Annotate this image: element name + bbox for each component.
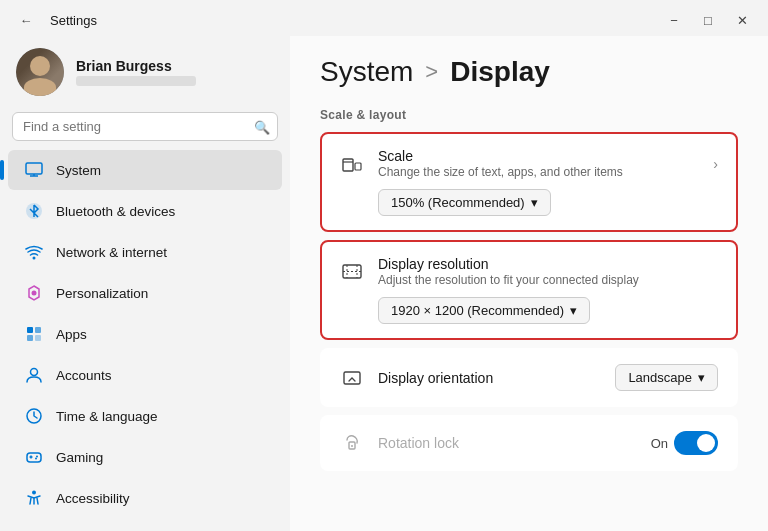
- orientation-icon: [340, 366, 364, 390]
- resolution-dropdown[interactable]: 1920 × 1200 (Recommended) ▾: [378, 297, 590, 324]
- resolution-desc: Adjust the resolution to fit your connec…: [378, 273, 639, 287]
- sidebar-item-personalization[interactable]: Personalization: [8, 273, 282, 313]
- svg-rect-18: [343, 159, 353, 171]
- orientation-value: Landscape: [628, 370, 692, 385]
- resolution-value-row: 1920 × 1200 (Recommended) ▾: [340, 297, 718, 324]
- breadcrumb-arrow: >: [425, 59, 438, 85]
- orientation-chevron-down-icon: ▾: [698, 370, 705, 385]
- scale-value-row: 150% (Recommended) ▾: [340, 189, 718, 216]
- sidebar-nav: System Bluetooth & devices: [0, 149, 290, 519]
- svg-point-15: [36, 456, 38, 458]
- close-button[interactable]: ✕: [728, 9, 756, 31]
- breadcrumb-current: Display: [450, 56, 550, 88]
- svg-rect-8: [27, 335, 33, 341]
- rotation-icon: [340, 431, 364, 455]
- sidebar-item-label-system: System: [56, 163, 101, 178]
- title-bar-left: ← Settings: [12, 9, 97, 31]
- sidebar-item-label-network: Network & internet: [56, 245, 167, 260]
- profile-name: Brian Burgess: [76, 58, 196, 74]
- main-content: System > Display Scale & layout: [290, 36, 768, 531]
- breadcrumb-parent: System: [320, 56, 413, 88]
- sidebar-item-accounts[interactable]: Accounts: [8, 355, 282, 395]
- rotation-left: Rotation lock: [340, 431, 459, 455]
- back-button[interactable]: ←: [12, 9, 40, 31]
- svg-rect-7: [35, 327, 41, 333]
- orientation-title: Display orientation: [378, 370, 493, 386]
- profile-email: [76, 76, 196, 86]
- sidebar: Brian Burgess 🔍 System: [0, 36, 290, 531]
- sidebar-profile: Brian Burgess: [0, 36, 290, 108]
- sidebar-item-label-time: Time & language: [56, 409, 158, 424]
- sidebar-item-system[interactable]: System: [8, 150, 282, 190]
- network-icon: [24, 242, 44, 262]
- resolution-text-group: Display resolution Adjust the resolution…: [378, 256, 639, 287]
- svg-rect-6: [27, 327, 33, 333]
- sidebar-item-label-accounts: Accounts: [56, 368, 112, 383]
- sidebar-item-label-bluetooth: Bluetooth & devices: [56, 204, 175, 219]
- sidebar-item-accessibility[interactable]: Accessibility: [8, 478, 282, 518]
- sidebar-item-label-accessibility: Accessibility: [56, 491, 130, 506]
- svg-rect-12: [27, 453, 41, 462]
- scale-left: Scale Change the size of text, apps, and…: [340, 148, 623, 179]
- scale-value: 150% (Recommended): [391, 195, 525, 210]
- accessibility-icon: [24, 488, 44, 508]
- search-input[interactable]: [12, 112, 278, 141]
- svg-rect-9: [35, 335, 41, 341]
- gaming-icon: [24, 447, 44, 467]
- sidebar-item-label-gaming: Gaming: [56, 450, 103, 465]
- svg-rect-19: [355, 163, 361, 170]
- scale-title: Scale: [378, 148, 623, 164]
- page-header: System > Display: [320, 56, 738, 88]
- scale-icon: [340, 152, 364, 176]
- rotation-card: Rotation lock On: [320, 415, 738, 471]
- scale-dropdown[interactable]: 150% (Recommended) ▾: [378, 189, 551, 216]
- svg-point-5: [32, 291, 37, 296]
- scale-desc: Change the size of text, apps, and other…: [378, 165, 623, 179]
- sidebar-item-gaming[interactable]: Gaming: [8, 437, 282, 477]
- time-icon: [24, 406, 44, 426]
- title-bar-title: Settings: [50, 13, 97, 28]
- resolution-icon: [340, 260, 364, 284]
- maximize-button[interactable]: □: [694, 9, 722, 31]
- sidebar-item-apps[interactable]: Apps: [8, 314, 282, 354]
- scale-chevron-icon: ›: [713, 156, 718, 172]
- rotation-toggle[interactable]: [674, 431, 718, 455]
- orientation-row: Display orientation Landscape ▾: [340, 364, 718, 391]
- title-bar-controls: − □ ✕: [660, 9, 756, 31]
- accounts-icon: [24, 365, 44, 385]
- apps-icon: [24, 324, 44, 344]
- avatar-image: [16, 48, 64, 96]
- sidebar-item-time[interactable]: Time & language: [8, 396, 282, 436]
- svg-point-16: [35, 458, 37, 460]
- svg-point-4: [33, 257, 36, 260]
- orientation-dropdown[interactable]: Landscape ▾: [615, 364, 718, 391]
- rotation-on-label: On: [651, 436, 668, 451]
- svg-point-27: [351, 445, 353, 447]
- resolution-left: Display resolution Adjust the resolution…: [340, 256, 639, 287]
- sidebar-item-network[interactable]: Network & internet: [8, 232, 282, 272]
- minimize-button[interactable]: −: [660, 9, 688, 31]
- resolution-value: 1920 × 1200 (Recommended): [391, 303, 564, 318]
- avatar: [16, 48, 64, 96]
- system-icon: [24, 160, 44, 180]
- rotation-title: Rotation lock: [378, 435, 459, 451]
- sidebar-item-bluetooth[interactable]: Bluetooth & devices: [8, 191, 282, 231]
- orientation-card: Display orientation Landscape ▾: [320, 348, 738, 407]
- resolution-title: Display resolution: [378, 256, 639, 272]
- section-label: Scale & layout: [320, 108, 738, 122]
- scale-card: Scale Change the size of text, apps, and…: [320, 132, 738, 232]
- rotation-row: Rotation lock On: [340, 431, 718, 455]
- resolution-card: Display resolution Adjust the resolution…: [320, 240, 738, 340]
- sidebar-item-label-personalization: Personalization: [56, 286, 148, 301]
- sidebar-item-label-apps: Apps: [56, 327, 87, 342]
- scale-chevron-down-icon: ▾: [531, 195, 538, 210]
- resolution-chevron-down-icon: ▾: [570, 303, 577, 318]
- svg-rect-0: [26, 163, 42, 174]
- scale-text-group: Scale Change the size of text, apps, and…: [378, 148, 623, 179]
- orientation-right: Landscape ▾: [615, 364, 718, 391]
- bluetooth-icon: [24, 201, 44, 221]
- resolution-row: Display resolution Adjust the resolution…: [340, 256, 718, 287]
- profile-info: Brian Burgess: [76, 58, 196, 86]
- app-content: Brian Burgess 🔍 System: [0, 36, 768, 531]
- svg-point-17: [32, 491, 36, 495]
